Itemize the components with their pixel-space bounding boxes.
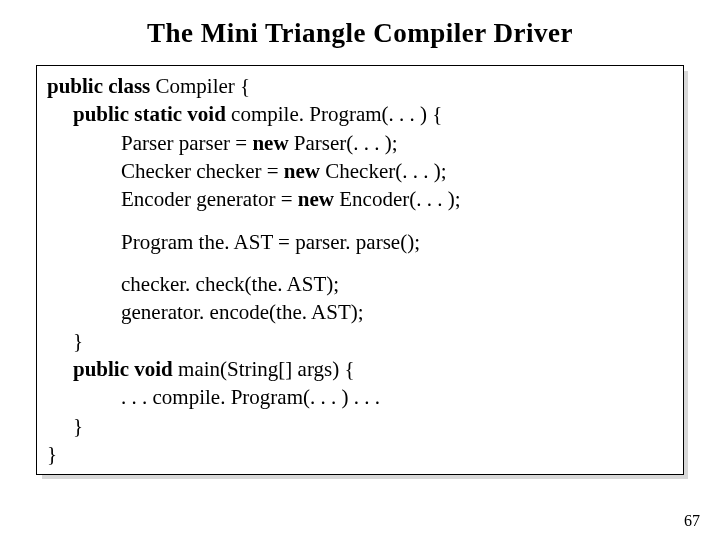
code-box: public class Compiler { public static vo… — [36, 65, 684, 475]
code-text: Encoder generator = — [121, 187, 298, 211]
code-line: } — [47, 440, 673, 468]
code-line: checker. check(the. AST); — [47, 270, 673, 298]
keyword: public class — [47, 74, 156, 98]
keyword: public static void — [73, 102, 231, 126]
code-line: public class Compiler { — [47, 72, 673, 100]
code-line: Encoder generator = new Encoder(. . . ); — [47, 185, 673, 213]
page-number: 67 — [684, 512, 700, 530]
code-line: . . . compile. Program(. . . ) . . . — [47, 383, 673, 411]
code-line: Parser parser = new Parser(. . . ); — [47, 129, 673, 157]
code-line: public static void compile. Program(. . … — [47, 100, 673, 128]
code-text: Encoder(. . . ); — [339, 187, 460, 211]
blank-line — [47, 214, 673, 228]
code-line: } — [47, 327, 673, 355]
code-box-container: public class Compiler { public static vo… — [36, 65, 684, 475]
code-text: Compiler { — [156, 74, 251, 98]
keyword: new — [298, 187, 339, 211]
code-text: Parser(. . . ); — [294, 131, 398, 155]
code-line: Checker checker = new Checker(. . . ); — [47, 157, 673, 185]
code-text: main(String[] args) { — [178, 357, 355, 381]
code-text: Parser parser = — [121, 131, 252, 155]
code-text: Checker(. . . ); — [325, 159, 446, 183]
keyword: new — [284, 159, 325, 183]
blank-line — [47, 256, 673, 270]
code-text: compile. Program(. . . ) { — [231, 102, 442, 126]
code-line: public void main(String[] args) { — [47, 355, 673, 383]
keyword: public void — [73, 357, 178, 381]
code-line: } — [47, 412, 673, 440]
code-line: Program the. AST = parser. parse(); — [47, 228, 673, 256]
code-line: generator. encode(the. AST); — [47, 298, 673, 326]
keyword: new — [252, 131, 293, 155]
code-text: Checker checker = — [121, 159, 284, 183]
slide-title: The Mini Triangle Compiler Driver — [36, 18, 684, 49]
